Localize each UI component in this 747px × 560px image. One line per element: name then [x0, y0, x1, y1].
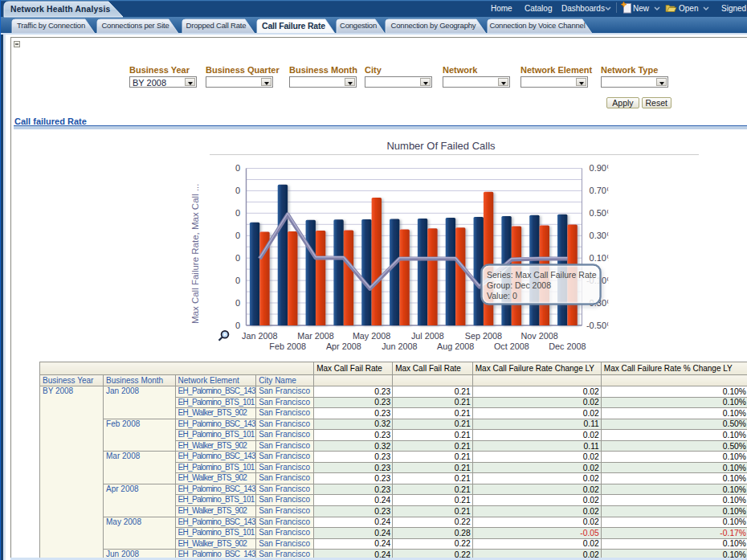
svg-text:0: 0: [235, 276, 240, 285]
svg-text:Jul 2008: Jul 2008: [411, 331, 444, 341]
svg-text:%: %: [607, 208, 615, 218]
svg-text:0.10: 0.10: [590, 253, 606, 263]
svg-text:Jun 2008: Jun 2008: [382, 341, 417, 351]
svg-text:Number Of Failed Calls: Number Of Failed Calls: [386, 140, 496, 152]
svg-text:Aug 2008: Aug 2008: [437, 341, 474, 351]
svg-text:0.90: 0.90: [590, 163, 606, 173]
svg-text:Group: Dec 2008: Group: Dec 2008: [487, 280, 551, 290]
svg-text:Value: 0: Value: 0: [487, 291, 517, 300]
svg-text:-0.50: -0.50: [586, 321, 606, 330]
svg-text:%: %: [607, 276, 615, 285]
svg-text:%: %: [607, 253, 615, 263]
svg-text:May 2008: May 2008: [353, 331, 390, 341]
svg-text:%: %: [607, 231, 615, 240]
svg-text:0: 0: [235, 298, 240, 308]
svg-text:0.70: 0.70: [590, 186, 606, 195]
svg-text:Feb 2008: Feb 2008: [269, 341, 306, 351]
svg-text:Mar 2008: Mar 2008: [297, 331, 334, 341]
svg-text:Sep 2008: Sep 2008: [465, 331, 502, 341]
svg-text:0: 0: [235, 231, 240, 240]
svg-text:0: 0: [235, 186, 240, 195]
svg-text:0: 0: [235, 321, 240, 330]
svg-text:%: %: [607, 298, 615, 308]
svg-text:Apr 2008: Apr 2008: [326, 341, 361, 351]
svg-text:Series: Max Call Failure Rate: Series: Max Call Failure Rate: [487, 270, 597, 280]
svg-text:0.50: 0.50: [590, 208, 606, 218]
svg-text:Nov 2008: Nov 2008: [520, 331, 557, 341]
svg-text:Max Call Failure Rate, Max Cal: Max Call Failure Rate, Max Call ...: [190, 184, 200, 324]
svg-text:%: %: [607, 186, 615, 195]
svg-text:Oct 2008: Oct 2008: [494, 341, 529, 351]
svg-text:%: %: [607, 163, 615, 173]
svg-text:0.30: 0.30: [590, 231, 606, 240]
svg-text:0: 0: [235, 163, 240, 173]
svg-text:0: 0: [235, 253, 240, 263]
svg-text:%: %: [607, 321, 615, 330]
svg-text:Dec 2008: Dec 2008: [549, 341, 586, 351]
svg-text:Jan 2008: Jan 2008: [242, 331, 277, 341]
svg-text:0: 0: [235, 208, 240, 218]
